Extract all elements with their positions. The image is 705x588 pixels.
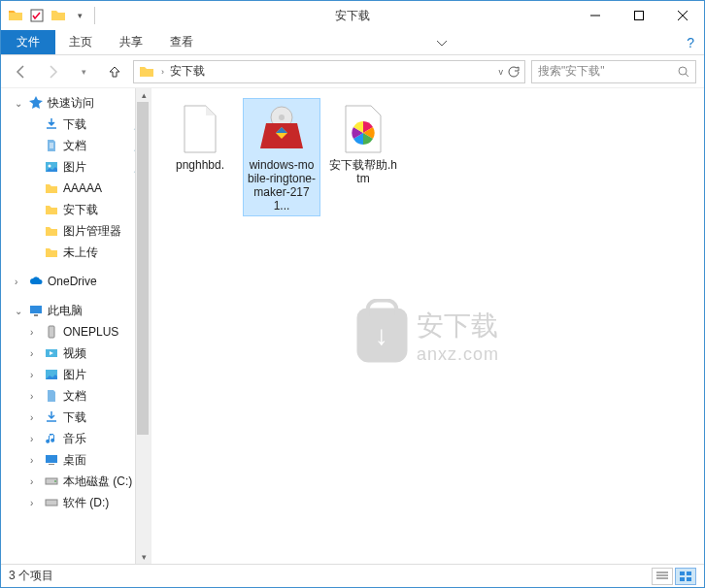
- main-area: ⌄ 快速访问 下载📌 文档📌 图片📌 AAAAA 安下载 图片管理器 未上传 ›…: [1, 88, 704, 564]
- chevron-right-icon[interactable]: ›: [15, 277, 24, 287]
- download-icon: [44, 116, 59, 132]
- sidebar-item-music[interactable]: ›音乐: [1, 428, 151, 449]
- folder-icon: [44, 202, 59, 217]
- close-button[interactable]: [660, 1, 704, 30]
- address-bar[interactable]: › 安下载 v: [133, 60, 525, 83]
- svg-rect-18: [687, 572, 691, 575]
- file-item[interactable]: windows-mobile-ringtone-maker-2171...: [243, 98, 320, 216]
- desktop-icon: [44, 452, 59, 468]
- file-label: pnghhbd.: [176, 158, 224, 172]
- icons-view-button[interactable]: [675, 568, 696, 585]
- installer-icon: [254, 102, 309, 156]
- navigation-bar: ▾ › 安下载 v 搜索"安下载": [1, 55, 704, 88]
- file-item[interactable]: pnghhbd.: [161, 98, 239, 176]
- document-icon: [44, 388, 59, 404]
- expand-icon[interactable]: ⌄: [15, 306, 24, 316]
- file-item[interactable]: 安下载帮助.htm: [324, 98, 402, 189]
- music-icon: [44, 431, 59, 446]
- quick-access-toolbar: ▾: [1, 7, 97, 24]
- forward-button[interactable]: [40, 59, 65, 84]
- status-text: 3 个项目: [9, 568, 53, 584]
- open-folder-icon[interactable]: [50, 7, 67, 24]
- sidebar-item-folder[interactable]: 图片管理器: [1, 220, 151, 242]
- svg-rect-19: [680, 577, 685, 581]
- svg-rect-17: [680, 572, 685, 575]
- scroll-down-icon[interactable]: ▾: [136, 550, 151, 564]
- folder-icon: [44, 180, 59, 196]
- address-dropdown-icon[interactable]: v: [499, 67, 504, 77]
- file-view[interactable]: pnghhbd. windows-mobile-ringtone-maker-2…: [151, 88, 704, 564]
- search-input[interactable]: 搜索"安下载": [531, 60, 696, 83]
- sidebar-item-disk-c[interactable]: ›本地磁盘 (C:): [1, 471, 151, 492]
- file-label: 安下载帮助.htm: [328, 158, 398, 185]
- onedrive-node[interactable]: ›OneDrive: [1, 271, 151, 292]
- sidebar-item-videos[interactable]: ›视频: [1, 343, 151, 364]
- svg-rect-6: [34, 314, 38, 316]
- details-view-button[interactable]: [652, 568, 673, 585]
- svg-rect-11: [49, 464, 54, 465]
- help-button[interactable]: ?: [677, 30, 704, 54]
- folder-icon: [44, 245, 59, 260]
- svg-point-2: [679, 67, 687, 75]
- minimize-button[interactable]: [573, 1, 617, 30]
- chevron-right-icon[interactable]: ›: [30, 327, 40, 338]
- breadcrumb-item[interactable]: 安下载: [170, 63, 205, 80]
- watermark-cn: 安下载: [417, 307, 499, 343]
- properties-icon[interactable]: [28, 7, 46, 24]
- svg-rect-1: [634, 12, 643, 20]
- sidebar-item-pictures[interactable]: ›图片: [1, 364, 151, 385]
- file-tab[interactable]: 文件: [1, 30, 55, 54]
- watermark-en: anxz.com: [417, 343, 499, 364]
- svg-point-13: [54, 480, 56, 482]
- sidebar-item-folder[interactable]: 未上传: [1, 242, 151, 263]
- tab-view[interactable]: 查看: [156, 30, 207, 54]
- this-pc-node[interactable]: ⌄此电脑: [1, 300, 151, 321]
- ribbon-expand-button[interactable]: [427, 30, 456, 54]
- sidebar-item-downloads[interactable]: ›下载: [1, 407, 151, 428]
- blank-file-icon: [173, 102, 227, 156]
- search-placeholder: 搜索"安下载": [538, 63, 605, 80]
- sidebar-item-documents[interactable]: 文档📌: [1, 135, 151, 156]
- svg-rect-20: [687, 577, 691, 581]
- up-button[interactable]: [102, 59, 127, 84]
- sidebar-item-desktop[interactable]: ›桌面: [1, 449, 151, 471]
- svg-rect-7: [49, 326, 54, 338]
- disk-icon: [44, 495, 59, 510]
- back-button[interactable]: [9, 59, 34, 84]
- tab-share[interactable]: 共享: [106, 30, 156, 54]
- svg-rect-5: [30, 306, 42, 313]
- pictures-icon: [44, 367, 59, 382]
- scrollbar-thumb[interactable]: [137, 102, 149, 435]
- scroll-up-icon[interactable]: ▴: [136, 88, 151, 102]
- sidebar-item-documents[interactable]: ›文档: [1, 385, 151, 407]
- sidebar-item-device[interactable]: ›ONEPLUS: [1, 321, 151, 343]
- folder-icon: [44, 223, 59, 239]
- qat-dropdown-icon[interactable]: ▾: [71, 7, 88, 24]
- watermark: ↓ 安下载 anxz.com: [356, 307, 499, 364]
- chevron-right-icon[interactable]: ›: [161, 67, 164, 77]
- folder-icon: [7, 7, 24, 24]
- expand-icon[interactable]: ⌄: [15, 98, 24, 109]
- maximize-button[interactable]: [617, 1, 660, 30]
- disk-icon: [44, 474, 59, 489]
- quick-access-node[interactable]: ⌄ 快速访问: [1, 92, 151, 114]
- document-icon: [44, 138, 59, 153]
- recent-dropdown[interactable]: ▾: [71, 59, 96, 84]
- sidebar-scrollbar[interactable]: ▴ ▾: [135, 88, 151, 564]
- pc-icon: [28, 303, 44, 318]
- file-label: windows-mobile-ringtone-maker-2171...: [247, 158, 317, 212]
- sidebar-item-folder[interactable]: 安下载: [1, 199, 151, 220]
- sidebar-item-pictures[interactable]: 图片📌: [1, 156, 151, 178]
- refresh-button[interactable]: [507, 65, 520, 79]
- navigation-pane[interactable]: ⌄ 快速访问 下载📌 文档📌 图片📌 AAAAA 安下载 图片管理器 未上传 ›…: [1, 88, 151, 564]
- colorwheel-icon: [336, 102, 390, 156]
- search-icon: [678, 66, 689, 78]
- cloud-icon: [28, 274, 44, 289]
- sidebar-item-folder[interactable]: AAAAA: [1, 178, 151, 199]
- tab-home[interactable]: 主页: [55, 30, 106, 54]
- folder-icon: [138, 63, 155, 81]
- sidebar-item-downloads[interactable]: 下载📌: [1, 114, 151, 135]
- sidebar-item-disk-d[interactable]: ›软件 (D:): [1, 492, 151, 513]
- watermark-badge-icon: ↓: [356, 309, 407, 363]
- download-icon: [44, 409, 59, 425]
